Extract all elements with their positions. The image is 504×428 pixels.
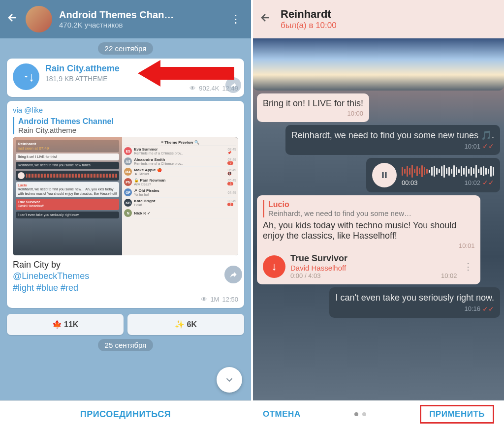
channel-title[interactable]: Android Themes Chan… — [59, 9, 220, 21]
cancel-button[interactable]: ОТМЕНА — [263, 409, 301, 419]
chat-header: Reinhardt был(а) в 10:00 — [253, 0, 504, 38]
chat-body[interactable]: Bring it on! I LIVE for this! 10:00 Rein… — [253, 38, 504, 400]
waveform[interactable] — [402, 164, 494, 179]
svg-rect-1 — [382, 172, 384, 178]
via-label[interactable]: via @like — [13, 106, 238, 114]
svg-rect-2 — [385, 172, 387, 178]
post-message[interactable]: via @like Android Themes Channel Rain Ci… — [7, 101, 244, 308]
channel-header: Android Themes Chan… 470.2K участников ⋮ — [0, 0, 251, 38]
share-icon[interactable] — [224, 266, 242, 283]
audio-attachment[interactable]: ↓ True Survivor David Hasselhoff 0:00 / … — [263, 253, 474, 279]
pause-icon[interactable] — [372, 163, 397, 187]
download-icon[interactable]: ↓ — [13, 63, 39, 90]
back-icon[interactable] — [7, 12, 19, 27]
join-button[interactable]: ПРИСОЕДИНИТЬСЯ — [0, 400, 251, 428]
theme-preview-image[interactable]: Reinhardtlast seen at 07:49 Bring it on!… — [13, 137, 238, 255]
incoming-message[interactable]: Bring it on! I LIVE for this! 10:00 — [257, 93, 369, 122]
contact-status: был(а) в 10:00 — [281, 21, 337, 31]
channel-avatar[interactable] — [26, 6, 52, 32]
post-tags[interactable]: #light #blue #red — [13, 283, 78, 293]
date-separator: 22 сентября — [98, 42, 154, 55]
reaction-button-1[interactable]: 🍁 11K — [7, 314, 124, 335]
channel-panel: Android Themes Chan… 470.2K участников ⋮… — [0, 0, 251, 428]
chat-preview-panel: Reinhardt был(а) в 10:00 Bring it on! I … — [253, 0, 504, 428]
author-link[interactable]: @LinebeckThemes — [13, 271, 89, 281]
quote-reference[interactable]: Lucio Reinhardt, we need to find you som… — [263, 200, 474, 217]
outgoing-message[interactable]: Reinhardt, we need to find you some new … — [285, 125, 500, 155]
contact-name[interactable]: Reinhardt — [281, 8, 337, 21]
apply-button[interactable]: ПРИМЕНИТЬ — [429, 409, 485, 419]
annotation-arrow — [138, 58, 236, 89]
date-separator: 25 сентября — [98, 339, 154, 351]
post-caption: Rain City by @LinebeckThemes #light #blu… — [13, 259, 238, 294]
views-icon: 👁 — [201, 296, 207, 303]
voice-duration: 00:03 — [402, 179, 418, 186]
reply-reference[interactable]: Android Themes Channel Rain City.attheme — [13, 117, 238, 134]
preview-footer: ОТМЕНА ПРИМЕНИТЬ — [253, 400, 504, 428]
channel-body[interactable]: 22 сентября ↓ Rain City.attheme 181,9 KB… — [0, 38, 251, 400]
outgoing-message[interactable]: I can't even take you seriously right no… — [329, 287, 500, 317]
incoming-message-with-quote[interactable]: Lucio Reinhardt, we need to find you som… — [257, 195, 480, 284]
reactions-row: 🍁 11K ✨ 6K — [7, 314, 244, 335]
post-time: 12:50 — [222, 296, 238, 303]
reaction-button-2[interactable]: ✨ 6K — [127, 314, 244, 335]
post-views: 1M — [210, 296, 219, 303]
svg-marker-0 — [138, 60, 234, 87]
audio-menu-icon[interactable]: ⋮ — [462, 261, 474, 272]
image-message[interactable] — [253, 38, 504, 91]
channel-subscribers: 470.2K участников — [59, 21, 220, 29]
download-icon[interactable]: ↓ — [263, 255, 285, 278]
menu-icon[interactable]: ⋮ — [227, 13, 244, 26]
scroll-down-button[interactable] — [217, 367, 242, 393]
voice-message[interactable]: 00:03 10:02✓✓ — [366, 158, 500, 192]
page-indicator — [311, 412, 410, 416]
apply-button-highlight: ПРИМЕНИТЬ — [420, 405, 494, 424]
read-checks-icon: ✓✓ — [482, 142, 494, 150]
back-icon[interactable] — [260, 12, 272, 27]
